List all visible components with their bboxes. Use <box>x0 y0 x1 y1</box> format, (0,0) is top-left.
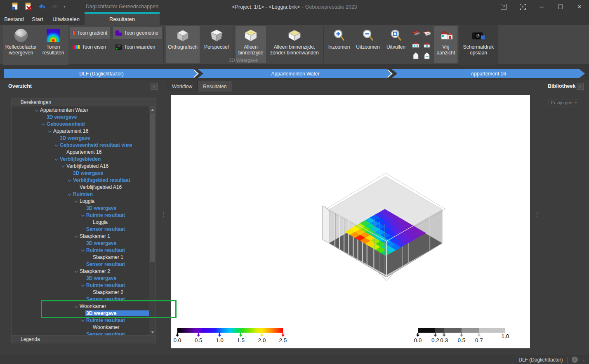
view-bottom-icon[interactable] <box>422 28 432 39</box>
toon-eisen-toggle[interactable]: Toon eisen <box>70 41 110 53</box>
tree-item-3d-weergave[interactable]: 3D weergave <box>12 275 155 282</box>
tree-item-verblijfsgebieden[interactable]: Verblijfsgebieden <box>12 155 155 162</box>
uitzoomen-button[interactable]: Uitzoomen <box>354 26 382 63</box>
right-splitter-handle[interactable]: ⋮ <box>535 207 539 223</box>
schermafdruk-button[interactable]: Schermafdruk opslaan <box>459 26 497 63</box>
minimize-button[interactable]: ─ <box>532 0 551 14</box>
collapse-library-button[interactable]: ‹ <box>577 83 584 90</box>
tree-item-verblijfsgebied-a16[interactable]: Verblijfsgebied A16 <box>12 162 155 169</box>
legend-tick-label: 1.0 <box>216 337 224 343</box>
tree-item-ruimte-resultaat[interactable]: Ruimte resultaat <box>12 282 155 289</box>
help-button[interactable]: ? <box>494 0 513 14</box>
expander-icon[interactable] <box>80 284 85 287</box>
tree-item-appartementen-water[interactable]: Appartementen Water <box>12 106 155 113</box>
view-left-icon[interactable] <box>410 50 421 61</box>
vrij-aanzicht-button[interactable]: Vrij aanzicht <box>434 26 457 63</box>
tree-item-sensor-resultaat[interactable]: Sensor resultaat <box>12 225 155 232</box>
gradient-icon <box>73 31 75 35</box>
tree-item-gebouweenheid-resultaat-view[interactable]: Gebouweenheid resultaat view <box>12 141 155 148</box>
tree-item-woonkamer[interactable]: Woonkamer <box>12 324 155 331</box>
schermafdruk-label: Schermafdruk opslaan <box>461 44 496 56</box>
expander-icon[interactable] <box>73 270 79 272</box>
scrollbar-thumb[interactable] <box>150 113 155 262</box>
legend-pin-icon <box>281 333 285 337</box>
view-right-icon[interactable] <box>422 50 432 61</box>
expander-icon[interactable] <box>80 319 85 322</box>
qat-dropdown-caret-icon[interactable]: ▾ <box>64 5 66 9</box>
tree-item-label: Slaapkamer 1 <box>92 254 155 260</box>
expander-icon[interactable] <box>66 193 72 195</box>
tree-item-label: Sensor resultaat <box>85 226 155 232</box>
expander-icon[interactable] <box>47 130 52 132</box>
legend-pin-icon <box>239 333 243 337</box>
save-file-icon[interactable] <box>11 2 19 11</box>
expander-icon[interactable] <box>80 214 85 216</box>
fit-screen-button[interactable] <box>513 0 532 14</box>
expander-icon[interactable] <box>73 235 79 237</box>
tree-item-ruimte-resultaat[interactable]: Ruimte resultaat <box>12 247 155 254</box>
expander-icon[interactable] <box>33 109 39 111</box>
tree-item-3d-weergave[interactable]: 3D weergave <box>12 134 155 141</box>
close-file-icon[interactable] <box>24 2 32 11</box>
3d-viewport[interactable]: 0.00.51.01.52.02.5 0.00.20.30.50.71.0 <box>171 95 530 348</box>
legend-tick-1.0: 1.0 <box>502 333 509 339</box>
expander-icon[interactable] <box>53 144 59 146</box>
tab-bestand[interactable]: Bestand <box>3 14 25 25</box>
tab-resultaten-doc[interactable]: Resultaten <box>198 81 232 92</box>
breadcrumb-dlf[interactable]: DLF (Daglichtfactor) <box>4 69 199 78</box>
tree-item-ruimten[interactable]: Ruimten <box>12 190 155 197</box>
expander-icon[interactable] <box>80 249 85 251</box>
tree-item-3d-weergave[interactable]: 3D weergave <box>12 113 155 120</box>
expander-icon[interactable] <box>73 200 79 202</box>
collapse-panel-button[interactable]: ‹ <box>151 83 158 90</box>
tree-item-slaapkamer-1[interactable]: Slaapkamer 1 <box>12 232 155 240</box>
tree-item-verblijfsgebied-resultaat[interactable]: Verblijfsgebied resultaat <box>12 176 155 183</box>
expander-icon[interactable] <box>60 165 66 167</box>
tree-item-sensor-resultaat[interactable]: Sensor resultaat <box>12 261 155 268</box>
tree-item-slaapkamer-2[interactable]: Slaapkamer 2 <box>12 289 155 296</box>
tree-item-3d-weergave[interactable]: 3D weergave <box>12 169 155 176</box>
view-back-icon[interactable] <box>422 39 432 50</box>
tree-item-slaapkamer-2[interactable]: Slaapkamer 2 <box>12 268 155 275</box>
tree-item-ruimte-resultaat[interactable]: Ruimte resultaat <box>12 211 155 218</box>
tree-item-appartement-16[interactable]: Appartement 16 <box>12 127 155 134</box>
toon-waarden-toggle[interactable]: DFToon waarden <box>113 41 162 53</box>
tab-start[interactable]: Start <box>29 14 46 25</box>
maximize-button[interactable]: ☐ <box>551 0 570 14</box>
undo-icon[interactable] <box>37 2 45 11</box>
toon-geometrie-toggle[interactable]: Toon geometrie <box>113 27 162 39</box>
scroll-down-icon[interactable] <box>149 329 155 336</box>
tonen-resultaten-button[interactable]: Tonen resultaten <box>39 26 68 63</box>
view-top-icon[interactable] <box>410 28 421 39</box>
tab-uitwisselen[interactable]: Uitwisselen <box>50 14 82 25</box>
expander-icon[interactable] <box>53 158 59 160</box>
tree-item-verblijfsgebied-a16[interactable]: Verblijfsgebied A16 <box>12 183 155 190</box>
expander-icon[interactable] <box>66 179 72 181</box>
tree-item-slaapkamer-1[interactable]: Slaapkamer 1 <box>12 254 155 261</box>
library-dropdown[interactable]: Er zijn gee <box>549 99 579 106</box>
tree-item-3d-weergave[interactable]: 3D weergave <box>12 204 155 211</box>
inside-nowalls-cube-icon <box>287 29 302 42</box>
tab-workflow[interactable]: Workflow <box>167 81 198 92</box>
left-splitter-handle[interactable]: ⋮ <box>161 207 165 223</box>
reflectiefactor-button[interactable]: Reflectiefactor weergeven <box>3 26 39 63</box>
tree-item-appartement-16[interactable]: Appartement 16 <box>12 148 155 155</box>
toon-gradient-toggle[interactable]: Toon gradiënt <box>70 27 110 39</box>
expander-icon[interactable] <box>40 123 46 125</box>
tab-resultaten-active[interactable]: Resultaten <box>85 14 160 25</box>
tree-root-berekeningen[interactable]: Berekeningen <box>12 99 155 106</box>
legenda-bar[interactable]: Legenda <box>12 335 155 343</box>
inzoomen-button[interactable]: Inzoomen <box>326 26 352 63</box>
resize-grip-icon[interactable]: ∷ <box>583 357 586 362</box>
tree-item-3d-weergave[interactable]: 3D weergave <box>12 240 155 247</box>
close-button[interactable]: ✕ <box>570 0 589 14</box>
view-front-icon[interactable] <box>410 39 421 50</box>
tree-item-gebouweenheid[interactable]: Gebouweenheid <box>12 120 155 127</box>
scroll-up-icon[interactable] <box>149 106 155 113</box>
library-panel: Bibliotheek ‹ Er zijn gee <box>541 81 586 348</box>
breadcrumb-appartement-16[interactable]: Appartement 16 <box>392 69 585 78</box>
breadcrumb-appartementen-water[interactable]: Appartementen Water <box>198 69 393 78</box>
uitvullen-button[interactable]: Uitvullen <box>384 26 408 63</box>
tree-item-loggia[interactable]: Loggia <box>12 218 155 225</box>
tree-item-loggia[interactable]: Loggia <box>12 197 155 204</box>
